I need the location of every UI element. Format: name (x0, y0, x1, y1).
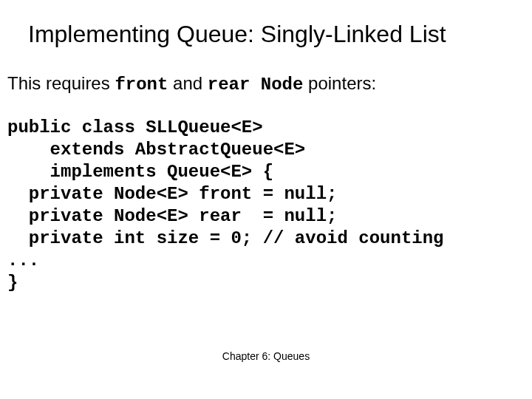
intro-keyword-rear-node: rear Node (208, 75, 304, 95)
intro-keyword-front: front (115, 75, 168, 95)
slide-footer: Chapter 6: Queues (0, 350, 532, 362)
slide: Implementing Queue: Singly-Linked List T… (0, 0, 532, 399)
code-block: public class SLLQueue<E> extends Abstrac… (7, 117, 525, 294)
intro-post: pointers: (303, 73, 376, 93)
intro-mid: and (168, 73, 207, 93)
intro-text: This requires front and rear Node pointe… (7, 73, 525, 95)
slide-title: Implementing Queue: Singly-Linked List (28, 21, 525, 48)
intro-pre: This requires (7, 73, 115, 93)
